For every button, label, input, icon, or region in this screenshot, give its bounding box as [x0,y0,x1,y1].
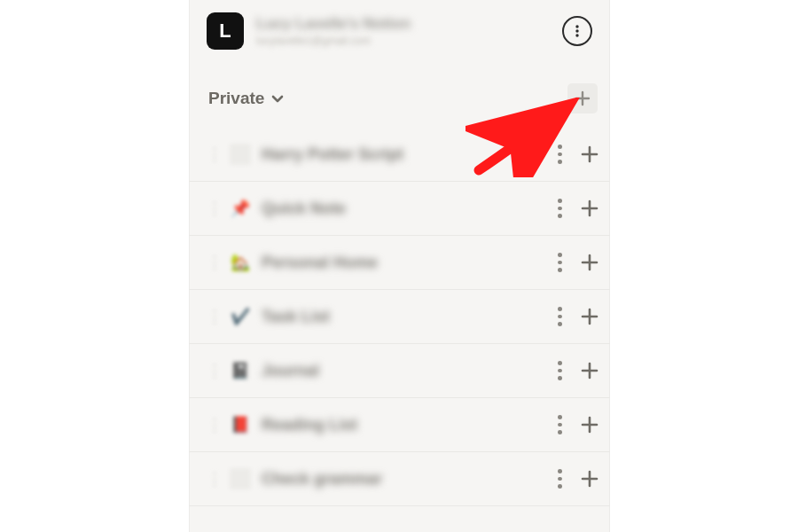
journal-icon: 📓 [230,360,251,381]
svg-point-1 [575,29,578,32]
workspace-menu-button[interactable] [562,16,592,46]
page-menu-button[interactable] [552,469,567,489]
page-row[interactable]: ⋮🏡Personal Home [189,236,610,290]
add-page-button[interactable] [567,83,598,113]
add-subpage-button[interactable] [580,145,599,164]
add-subpage-button[interactable] [580,361,599,380]
page-row[interactable]: ⋮📓Journal [189,344,610,398]
page-title: Personal Home [262,254,552,272]
pin-icon: 📌 [230,198,251,219]
add-subpage-button[interactable] [580,469,599,489]
row-actions [552,199,599,218]
svg-point-2 [575,34,578,36]
drag-handle[interactable]: ⋮ [207,199,221,218]
workspace-name: Lucy Lavelle's Notion [256,15,562,33]
page-menu-button[interactable] [552,145,567,164]
home-icon: 🏡 [230,252,251,273]
drag-handle[interactable]: ⋮ [207,415,221,434]
add-subpage-button[interactable] [580,199,599,218]
sidebar-panel: L Lucy Lavelle's Notion lucylavelle1@gma… [189,0,610,532]
page-row[interactable]: ⋮📕Reading List [189,398,610,452]
page-title: Harry Potter Script [262,145,552,164]
page-title: Check grammar [262,470,552,489]
drag-handle[interactable]: ⋮ [207,253,221,272]
page-title: Journal [262,362,552,380]
workspace-avatar[interactable]: L [207,12,244,50]
page-row[interactable]: ⋮Check grammar [189,452,610,506]
drag-handle[interactable]: ⋮ [207,307,221,326]
row-actions [552,415,599,434]
page-row[interactable]: ⋮📌Quick Note [189,182,610,236]
drag-handle[interactable]: ⋮ [207,469,221,489]
drag-handle[interactable]: ⋮ [207,361,221,380]
row-actions [552,361,599,380]
page-menu-button[interactable] [552,415,567,434]
page-icon [230,468,251,489]
section-toggle[interactable]: Private [208,89,286,108]
check-icon: ✔️ [230,306,251,327]
plus-icon [575,90,591,106]
chevron-down-icon [270,90,286,106]
drag-handle[interactable]: ⋮ [207,145,221,164]
page-menu-button[interactable] [552,253,567,272]
page-title: Quick Note [262,200,552,218]
add-subpage-button[interactable] [580,307,599,326]
page-row[interactable]: ⋮Harry Potter Script [189,128,610,182]
row-actions [552,307,599,326]
page-menu-button[interactable] [552,361,567,380]
workspace-header: L Lucy Lavelle's Notion lucylavelle1@gma… [189,0,610,60]
row-actions [552,253,599,272]
page-icon [230,144,251,165]
section-header: Private [189,60,610,122]
page-title: Reading List [262,416,552,434]
page-title: Task List [262,308,552,326]
add-subpage-button[interactable] [580,415,599,434]
page-list: ⋮Harry Potter Script⋮📌Quick Note⋮🏡Person… [189,122,610,506]
book-icon: 📕 [230,414,251,435]
workspace-email: lucylavelle1@gmail.com [256,35,562,47]
add-subpage-button[interactable] [580,253,599,272]
section-label-text: Private [208,89,264,108]
page-menu-button[interactable] [552,307,567,326]
svg-point-0 [575,25,578,27]
page-menu-button[interactable] [552,199,567,218]
row-actions [552,145,599,164]
page-row[interactable]: ⋮✔️Task List [189,290,610,344]
kebab-icon [570,24,584,38]
row-actions [552,469,599,489]
